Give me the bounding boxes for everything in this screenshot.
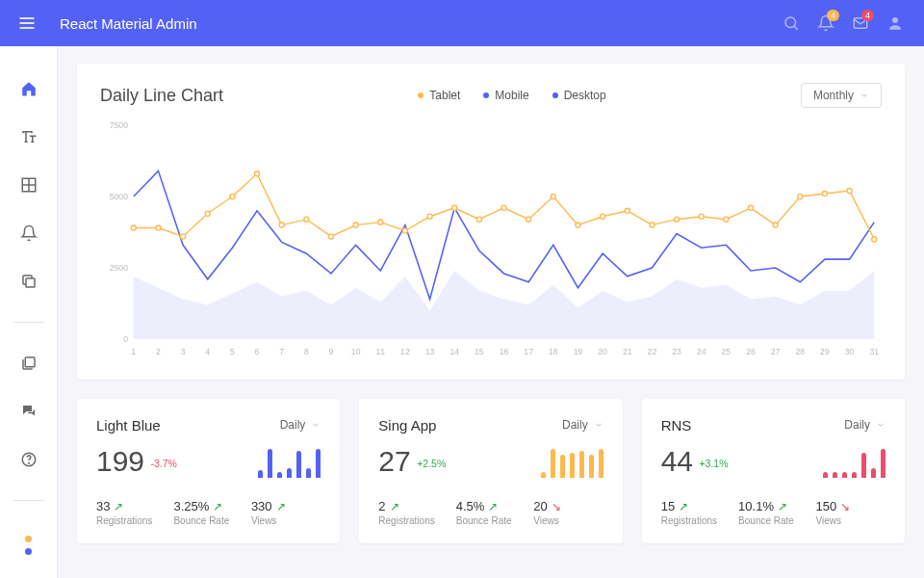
svg-point-51 [181,234,186,239]
svg-text:7500: 7500 [110,120,128,130]
svg-point-3 [785,17,796,28]
stat-title: Light Blue [96,417,161,434]
stat-value: 44 [661,445,693,477]
search-icon [783,14,800,32]
chart-legend: TabletMobileDesktop [418,89,605,102]
mail-button[interactable]: 4 [843,6,878,40]
svg-point-65 [526,217,531,222]
chevron-down-icon [594,420,603,430]
svg-text:6: 6 [255,347,260,356]
main-content: Daily Line Chart TabletMobileDesktop Mon… [58,46,924,578]
stat-sub-item: 10.1% ↗ Bounce Rate [738,499,808,526]
stat-sub-label: Views [816,515,886,526]
stat-sub-value: 2 ↗ [378,499,448,513]
menu-button[interactable] [12,8,42,39]
svg-point-73 [724,217,729,222]
library-icon [20,355,38,372]
sidebar-item-home[interactable] [17,77,40,100]
svg-text:11: 11 [375,347,385,356]
stat-card: Sing App Daily 27 +2.5% 2 ↗ Registration… [359,399,622,543]
legend-item: Tablet [418,89,460,102]
stat-sparkline [541,443,603,478]
arrow-up-icon: ↗ [679,500,688,513]
svg-text:27: 27 [771,347,781,356]
legend-dot [483,92,489,98]
stat-sub-item: 15 ↗ Registrations [661,499,731,526]
profile-button[interactable] [878,6,912,40]
stat-sub-value: 330 ↗ [251,499,321,513]
svg-text:14: 14 [449,347,459,356]
svg-text:22: 22 [648,347,657,356]
copy-icon [20,273,38,290]
stat-sub-item: 33 ↗ Registrations [96,499,166,526]
search-button[interactable] [774,6,808,40]
svg-text:12: 12 [400,347,410,356]
stat-value: 27 [378,445,410,477]
stat-sub-item: 330 ↗ Views [251,499,321,526]
sidebar-dot[interactable] [25,548,32,555]
stat-sub-item: 20 ↘ Views [533,499,603,526]
stat-title: RNS [661,417,692,434]
sidebar-dot[interactable] [25,536,32,542]
stat-sub-label: Bounce Rate [738,515,808,526]
grid-icon [20,176,38,194]
svg-point-66 [551,194,555,198]
daily-line-chart-card: Daily Line Chart TabletMobileDesktop Mon… [77,64,905,380]
stat-sub-value: 4.5% ↗ [456,499,526,513]
stat-period-select[interactable]: Daily [280,416,321,434]
svg-text:29: 29 [820,347,830,356]
stat-sub-value: 33 ↗ [96,499,166,513]
sidebar-item-ui[interactable] [17,270,40,293]
arrow-up-icon: ↗ [778,500,787,513]
notifications-button[interactable]: 4 [808,6,843,40]
stat-period-select[interactable]: Daily [844,416,886,434]
sidebar-item-library[interactable] [17,352,40,375]
chevron-down-icon [876,420,886,430]
sidebar-item-support[interactable] [17,400,40,423]
legend-label: Mobile [495,89,528,102]
home-icon [20,80,38,97]
chart-period-select[interactable]: Monthly [801,83,882,108]
chart-title: Daily Line Chart [100,86,223,106]
svg-point-55 [279,223,284,227]
stat-sub-item: 4.5% ↗ Bounce Rate [456,499,526,526]
legend-item: Desktop [552,89,606,102]
stat-pct: +2.5% [417,458,446,469]
svg-point-61 [427,214,432,219]
svg-point-68 [601,214,605,219]
stat-sub-label: Bounce Rate [456,515,526,526]
app-title: React Material Admin [60,15,197,32]
svg-text:18: 18 [549,347,558,356]
bell-outline-icon [20,224,38,242]
stat-sparkline [258,443,321,478]
sidebar-item-faq[interactable] [17,448,40,471]
svg-point-78 [847,188,852,193]
stat-sub-label: Views [533,515,603,526]
legend-item: Mobile [483,89,528,102]
svg-point-62 [452,205,457,210]
svg-rect-10 [26,278,35,287]
svg-text:8: 8 [304,347,309,356]
arrow-up-icon: ↗ [114,500,123,513]
svg-point-74 [749,205,754,210]
svg-point-13 [28,462,29,463]
svg-text:3: 3 [181,347,186,356]
stat-pct: -3.7% [151,458,177,469]
stat-period-label: Daily [844,418,870,432]
svg-point-57 [328,234,333,239]
sidebar-divider [13,500,44,501]
stat-card: Light Blue Daily 199 -3.7% 33 ↗ Registra… [77,399,340,543]
svg-point-60 [402,228,407,233]
svg-point-54 [255,171,260,176]
sidebar-item-tables[interactable] [17,173,40,197]
sidebar-item-typography[interactable] [17,125,40,148]
svg-text:1: 1 [131,347,136,356]
svg-point-72 [699,214,704,219]
svg-point-71 [675,217,680,222]
sidebar-item-notifications[interactable] [17,222,40,245]
svg-text:25: 25 [722,347,732,356]
stat-title: Sing App [378,417,436,434]
stat-period-select[interactable]: Daily [562,416,603,434]
stat-sub-label: Registrations [96,515,166,526]
chart-period-label: Monthly [813,89,854,102]
